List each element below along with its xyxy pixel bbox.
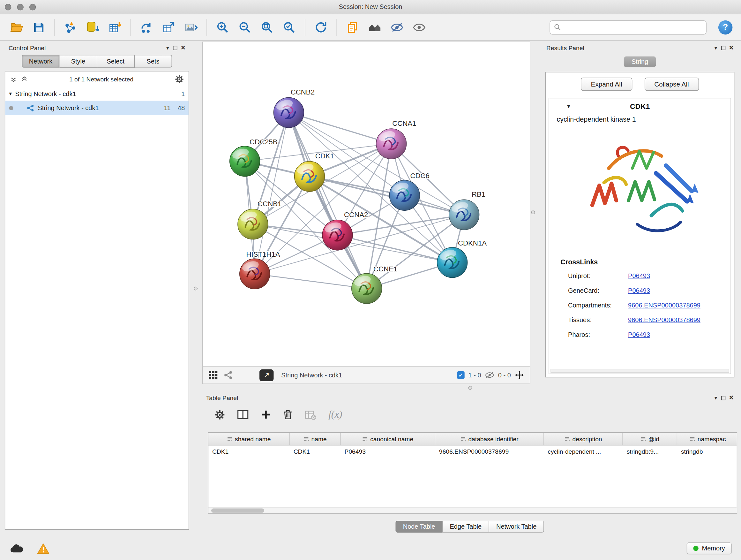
network-node-CCNB2[interactable]: CCNB2 <box>273 88 315 128</box>
table-row[interactable]: CDK1CDK1P064939606.ENSP00000378699cyclin… <box>208 445 737 458</box>
close-panel-icon[interactable]: × <box>181 44 185 52</box>
table-cell[interactable]: 9606.ENSP00000378699 <box>435 445 544 458</box>
expand-all-button[interactable]: Expand All <box>581 78 632 91</box>
add-column-plus-icon[interactable] <box>261 410 271 420</box>
close-window-button[interactable] <box>5 4 11 10</box>
table-settings-gear-icon[interactable] <box>214 409 225 420</box>
copy-document-icon[interactable] <box>345 19 360 35</box>
import-network-file-icon[interactable] <box>62 19 78 35</box>
results-scrollbar[interactable] <box>550 369 729 373</box>
tab-network[interactable]: Network <box>22 55 60 68</box>
network-node-CCNA1[interactable]: CCNA1 <box>376 119 416 159</box>
network-graph[interactable]: CCNB2CCNA1CDC25BCDK1CDC6RB1CCNB1CCNA2CDK… <box>203 42 530 366</box>
zoom-in-icon[interactable] <box>214 19 230 35</box>
network-from-selection-icon[interactable] <box>138 19 154 35</box>
network-node-RB1[interactable]: RB1 <box>449 190 485 230</box>
table-cell[interactable]: CDK1 <box>290 445 341 458</box>
minimize-window-button[interactable] <box>17 4 23 10</box>
column-header--id[interactable]: @id <box>623 433 677 445</box>
network-edge-CCNB2-HIST1H1A[interactable] <box>255 113 289 274</box>
export-table-icon[interactable] <box>161 19 177 35</box>
network-edge-CDK1-RB1[interactable] <box>310 177 464 215</box>
column-header-namespac[interactable]: namespac <box>677 433 737 445</box>
graphics-details-eye-icon[interactable] <box>411 19 427 35</box>
tab-edge-table[interactable]: Edge Table <box>442 521 489 533</box>
cloud-icon[interactable] <box>10 543 23 554</box>
crosslink-link[interactable]: P06493 <box>628 331 650 338</box>
tab-sets[interactable]: Sets <box>135 55 172 68</box>
tab-node-table[interactable]: Node Table <box>395 521 443 533</box>
collection-disclosure-icon[interactable]: ▾ <box>9 90 12 97</box>
import-table-icon[interactable] <box>107 19 123 35</box>
column-header-canonical-name[interactable]: canonical name <box>341 433 435 445</box>
zoom-out-icon[interactable] <box>237 19 253 35</box>
delete-table-icon[interactable] <box>305 409 316 420</box>
open-external-arrow-button[interactable]: ↗ <box>259 369 273 381</box>
houses-icon[interactable] <box>367 19 383 35</box>
float-panel-icon[interactable]: ▾ <box>715 395 718 401</box>
zoom-selected-icon[interactable] <box>281 19 297 35</box>
crosslink-link[interactable]: P06493 <box>628 272 650 279</box>
tab-select[interactable]: Select <box>97 55 134 68</box>
crosslink-link[interactable]: P06493 <box>628 287 650 294</box>
network-node-CDKN1A[interactable]: CDKN1A <box>437 239 487 278</box>
close-panel-icon[interactable]: × <box>729 394 734 401</box>
selected-checkbox-icon[interactable]: ✓ <box>457 371 465 379</box>
network-view-canvas[interactable]: CCNB2CCNA1CDC25BCDK1CDC6RB1CCNB1CCNA2CDK… <box>202 42 530 367</box>
column-header-name[interactable]: name <box>290 433 341 445</box>
search-box[interactable] <box>549 20 706 34</box>
memory-button[interactable]: Memory <box>687 543 731 554</box>
network-node-CCNB1[interactable]: CCNB1 <box>238 200 281 240</box>
network-node-HIST1H1A[interactable]: HIST1H1A <box>240 250 280 289</box>
crosslink-link[interactable]: 9606.ENSP00000378699 <box>628 302 700 309</box>
close-panel-icon[interactable]: × <box>729 44 734 52</box>
delete-column-trash-icon[interactable] <box>283 409 293 420</box>
open-session-icon[interactable] <box>9 19 24 35</box>
zoom-fit-icon[interactable] <box>259 19 275 35</box>
network-edge-HIST1H1A-CCNE1[interactable] <box>255 274 367 289</box>
collapse-all-button[interactable]: Collapse All <box>644 78 699 91</box>
float-panel-icon[interactable]: ▾ <box>166 45 169 51</box>
maximize-panel-icon[interactable] <box>173 46 177 50</box>
hide-selected-eye-slash-icon[interactable] <box>389 19 405 35</box>
column-header-shared-name[interactable]: shared name <box>208 433 290 445</box>
tab-style[interactable]: Style <box>60 55 97 68</box>
table-cell[interactable]: stringdb:9... <box>623 445 677 458</box>
zoom-window-button[interactable] <box>29 4 36 10</box>
table-cell[interactable]: P06493 <box>341 445 435 458</box>
network-edge-CCNB2-CCNE1[interactable] <box>289 113 367 289</box>
birdseye-view-icon[interactable] <box>208 370 218 380</box>
network-share-icon[interactable] <box>223 370 233 380</box>
horizontal-splitter-handle[interactable] <box>468 386 472 390</box>
vertical-splitter-handle[interactable] <box>531 210 535 214</box>
network-edge-CCNA2-CDKN1A[interactable] <box>337 235 452 262</box>
import-network-database-icon[interactable] <box>84 19 100 35</box>
help-button[interactable]: ? <box>718 20 732 34</box>
collapse-all-chevron-icon[interactable] <box>10 76 17 82</box>
warning-icon[interactable] <box>37 543 50 554</box>
table-cell[interactable]: CDK1 <box>208 445 290 458</box>
table-hscrollbar[interactable] <box>208 507 737 513</box>
save-session-icon[interactable] <box>30 19 47 35</box>
crosslink-link[interactable]: 9606.ENSP00000378699 <box>628 316 700 323</box>
pan-move-icon[interactable] <box>515 370 524 380</box>
table-cell[interactable]: cyclin-dependent ... <box>544 445 623 458</box>
tab-string[interactable]: String <box>624 56 656 67</box>
column-header-description[interactable]: description <box>544 433 623 445</box>
network-node-CDK1[interactable]: CDK1 <box>294 152 334 192</box>
gene-entry-header[interactable]: ▾ CDK1 <box>549 98 731 114</box>
network-options-gear-icon[interactable] <box>175 74 184 83</box>
expand-all-chevron-icon[interactable] <box>21 76 28 82</box>
apply-layout-icon[interactable] <box>313 19 329 35</box>
network-edge-CCNB2-CCNA1[interactable] <box>289 113 391 144</box>
float-panel-icon[interactable]: ▾ <box>715 45 718 51</box>
table-hscrollbar-thumb[interactable] <box>211 509 264 513</box>
vertical-splitter-handle[interactable] <box>194 287 198 291</box>
search-input[interactable] <box>564 23 702 30</box>
maximize-panel-icon[interactable] <box>721 46 725 50</box>
table-cell[interactable]: stringdb <box>677 445 737 458</box>
network-row[interactable]: String Network - cdk1 11 48 <box>5 101 189 115</box>
show-columns-icon[interactable] <box>237 410 249 420</box>
column-header-database-identifier[interactable]: database identifier <box>435 433 544 445</box>
network-collection-row[interactable]: ▾ String Network - cdk1 1 <box>5 86 189 101</box>
